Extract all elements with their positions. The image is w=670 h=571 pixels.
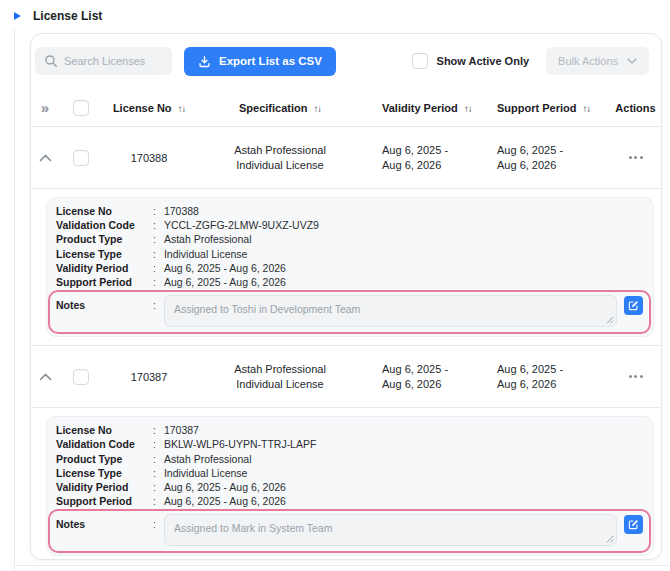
show-active-label: Show Active Only: [437, 55, 530, 67]
notes-textarea[interactable]: Assigned to Mark in System Team: [164, 514, 617, 546]
row-actions-icon[interactable]: [610, 150, 661, 165]
detail-label: Support Period: [56, 275, 153, 289]
notes-edit-button[interactable]: [624, 296, 643, 315]
detail-value: 170388: [164, 204, 199, 218]
notes-edit-button[interactable]: [624, 515, 643, 534]
detail-value: Aug 6, 2025 - Aug 6, 2026: [164, 275, 286, 289]
section-header: License List: [14, 9, 102, 23]
bulk-actions-button[interactable]: Bulk Actions: [546, 47, 649, 75]
section-indent-rule: [14, 30, 15, 571]
validity-period-cell: Aug 6, 2025 -Aug 6, 2026: [365, 362, 490, 392]
detail-label: Validity Period: [56, 480, 153, 494]
page-title: License List: [33, 9, 102, 23]
specification-cell: Astah ProfessionalIndividual License: [195, 362, 365, 392]
sort-icon[interactable]: ↑↓: [583, 103, 591, 114]
validity-period-cell: Aug 6, 2025 -Aug 6, 2026: [365, 143, 490, 173]
pencil-square-icon: [628, 519, 639, 530]
notes-label: Notes: [56, 514, 153, 530]
detail-value: Individual License: [164, 466, 247, 480]
section-toggle-icon[interactable]: [14, 12, 21, 20]
detail-value: Aug 6, 2025 - Aug 6, 2026: [164, 494, 286, 508]
header-actions: Actions: [610, 102, 661, 114]
sort-icon[interactable]: ↑↓: [178, 103, 186, 114]
detail-label: License No: [56, 204, 153, 218]
pencil-square-icon: [628, 300, 639, 311]
header-validity-period[interactable]: Validity Period ↑↓: [365, 102, 490, 114]
export-csv-button[interactable]: Export List as CSV: [184, 47, 336, 76]
notes-highlight: Notes : Assigned to Mark in System Team: [48, 509, 651, 553]
sort-icon[interactable]: ↑↓: [314, 103, 322, 114]
detail-value: Individual License: [164, 247, 247, 261]
notes-highlight: Notes : Assigned to Toshi in Development…: [48, 290, 651, 334]
license-no-cell: 170388: [103, 152, 195, 164]
support-period-cell: Aug 6, 2025 -Aug 6, 2026: [490, 362, 610, 392]
show-active-checkbox[interactable]: [412, 53, 428, 69]
show-active-filter: Show Active Only: [412, 53, 530, 69]
export-csv-label: Export List as CSV: [219, 55, 322, 67]
detail-label: Validation Code: [56, 437, 153, 451]
detail-label: Validation Code: [56, 218, 153, 232]
license-list-card: Export List as CSV Show Active Only Bulk…: [30, 33, 662, 560]
specification-cell: Astah ProfessionalIndividual License: [195, 143, 365, 173]
detail-label: Support Period: [56, 494, 153, 508]
license-row: 170388 Astah ProfessionalIndividual Lice…: [31, 127, 661, 189]
expand-all-icon[interactable]: »: [31, 99, 59, 116]
bulk-actions-label: Bulk Actions: [558, 55, 618, 67]
license-detail-row: License No:170387 Validation Code:BKLW-W…: [31, 408, 661, 560]
toolbar: Export List as CSV Show Active Only Bulk…: [31, 34, 661, 89]
detail-label: License Type: [56, 247, 153, 261]
notes-textarea[interactable]: Assigned to Toshi in Development Team: [164, 295, 617, 327]
support-period-cell: Aug 6, 2025 -Aug 6, 2026: [490, 143, 610, 173]
license-no-cell: 170387: [103, 371, 195, 383]
header-specification[interactable]: Specification ↑↓: [195, 102, 365, 114]
detail-value: Aug 6, 2025 - Aug 6, 2026: [164, 261, 286, 275]
header-license-no[interactable]: License No ↑↓: [103, 102, 195, 114]
row-checkbox[interactable]: [73, 369, 89, 385]
notes-label: Notes: [56, 295, 153, 311]
sort-icon[interactable]: ↑↓: [464, 103, 472, 114]
chevron-down-icon: [627, 58, 637, 64]
resize-grip-icon[interactable]: [606, 316, 614, 324]
row-checkbox[interactable]: [73, 150, 89, 166]
detail-value: 170387: [164, 423, 199, 437]
header-support-period[interactable]: Support Period ↑↓: [490, 102, 610, 114]
detail-label: License Type: [56, 466, 153, 480]
detail-value: YCCL-ZGFG-2LMW-9UXZ-UVZ9: [164, 218, 319, 232]
collapse-row-icon[interactable]: [31, 373, 59, 381]
detail-label: License No: [56, 423, 153, 437]
detail-label: Validity Period: [56, 261, 153, 275]
section-divider: [14, 565, 670, 566]
detail-value: Aug 6, 2025 - Aug 6, 2026: [164, 480, 286, 494]
table-header-row: » License No ↑↓ Specification ↑↓ Validit…: [31, 89, 661, 127]
license-detail-row: License No:170388 Validation Code:YCCL-Z…: [31, 189, 661, 346]
license-row: 170387 Astah ProfessionalIndividual Lice…: [31, 346, 661, 408]
detail-label: Product Type: [56, 452, 153, 466]
search-icon: [44, 54, 58, 68]
detail-value: BKLW-WLP6-UYPN-TTRJ-LAPF: [164, 437, 316, 451]
select-all-checkbox[interactable]: [73, 100, 89, 116]
license-detail-panel: License No:170387 Validation Code:BKLW-W…: [46, 416, 654, 556]
row-actions-icon[interactable]: [610, 369, 661, 384]
detail-value: Astah Professional: [164, 452, 252, 466]
search-box[interactable]: [35, 47, 172, 75]
detail-label: Product Type: [56, 232, 153, 246]
download-icon: [198, 55, 211, 68]
collapse-row-icon[interactable]: [31, 154, 59, 162]
search-input[interactable]: [64, 55, 172, 67]
license-detail-panel: License No:170388 Validation Code:YCCL-Z…: [46, 197, 654, 337]
resize-grip-icon[interactable]: [606, 535, 614, 543]
detail-value: Astah Professional: [164, 232, 252, 246]
